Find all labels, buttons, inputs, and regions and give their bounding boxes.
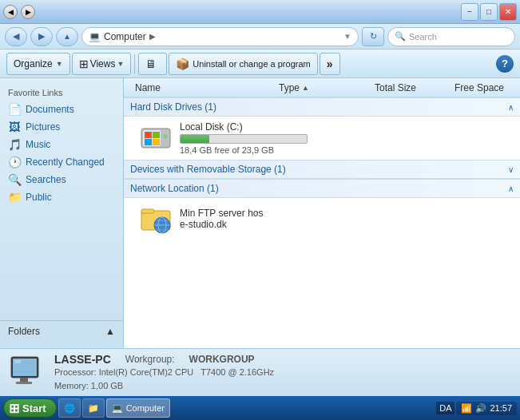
folders-bar[interactable]: Folders ▲	[0, 320, 123, 342]
up-btn[interactable]: ▲	[56, 27, 78, 46]
taskbar: ⊞ Start 🌐 📁 💻 Computer DA 📶 🔊 21:57	[0, 396, 520, 420]
info-text: LASSE-PC Workgroup: WORKGROUP Processor:…	[54, 353, 512, 392]
processor-value: Intel(R) Core(TM)2 CPU	[99, 367, 194, 377]
processor-speed: T7400 @ 2.16GHz	[200, 367, 274, 377]
explorer-quicklaunch-btn[interactable]: 📁	[82, 398, 105, 418]
sidebar-recently-changed-label: Recently Changed	[26, 157, 105, 168]
sysProps-btn[interactable]: 🖥	[138, 53, 167, 75]
ie-icon: 🌐	[64, 403, 75, 414]
sidebar-item-recently-changed[interactable]: 🕐 Recently Changed	[0, 153, 123, 171]
refresh-btn[interactable]: ↻	[362, 27, 384, 46]
more-btn[interactable]: »	[320, 53, 340, 75]
start-label: Start	[22, 402, 46, 414]
network-section-header[interactable]: Network Location (1) ∧	[124, 179, 520, 198]
documents-icon: 📄	[8, 103, 21, 116]
svg-rect-4	[145, 139, 152, 145]
drive-item-c[interactable]: Local Disk (C:) 18,4 GB free of 23,9 GB	[124, 117, 520, 160]
views-btn[interactable]: ⊞ Views ▼	[72, 53, 132, 75]
pc-icon	[8, 354, 46, 392]
close-btn[interactable]: ✕	[499, 3, 517, 21]
pictures-icon: 🖼	[8, 121, 21, 133]
workgroup-label: Workgroup:	[125, 354, 175, 365]
network-ftp-name: Min FTP server hos	[180, 208, 514, 219]
computer-window-btn[interactable]: 💻 Computer	[106, 398, 170, 418]
search-box[interactable]: 🔍 Search	[387, 27, 515, 46]
search-placeholder: Search	[409, 32, 437, 42]
content-area: Name Type ▲ Total Size Free Space Hard D…	[124, 78, 520, 348]
network-ftp-icon	[140, 203, 172, 235]
back-btn[interactable]: ◀	[5, 27, 27, 46]
public-icon: 📁	[8, 191, 21, 204]
uninstall-label: Uninstall or change a program	[193, 59, 310, 69]
drive-c-icon	[140, 122, 172, 154]
col-name[interactable]: Name	[130, 78, 274, 97]
hard-disk-section-title: Hard Disk Drives (1)	[130, 101, 216, 113]
removable-section-header[interactable]: Devices with Removable Storage (1) ∨	[124, 160, 520, 179]
organize-btn[interactable]: Organize ▼	[6, 53, 70, 75]
maximize-btn[interactable]: □	[480, 3, 498, 21]
organize-arrow-icon: ▼	[56, 60, 63, 68]
info-bar: LASSE-PC Workgroup: WORKGROUP Processor:…	[0, 348, 520, 396]
sidebar-item-public[interactable]: 📁 Public	[0, 188, 123, 206]
sort-icon: ▲	[302, 84, 309, 92]
computer-window-icon: 💻	[112, 403, 123, 414]
tray-network-icon[interactable]: 📶	[461, 403, 472, 414]
address-icon: 💻	[89, 31, 101, 42]
sidebar-music-label: Music	[26, 139, 50, 150]
svg-rect-17	[16, 382, 32, 384]
explorer-icon: 📁	[88, 403, 99, 414]
sidebar: Favorite Links 📄 Documents 🖼 Pictures 🎵 …	[0, 78, 124, 348]
address-bar: ◀ ▶ ▲ 💻 Computer ▶ ▼ ↻ 🔍 Search	[0, 24, 520, 50]
language-indicator: DA	[436, 402, 455, 414]
network-ftp-name2: e-studio.dk	[180, 219, 514, 230]
svg-rect-3	[153, 132, 160, 138]
windows-logo-icon: ⊞	[9, 401, 19, 416]
removable-section-title: Devices with Removable Storage (1)	[130, 164, 286, 175]
memory-info: Memory: 1,00 GB	[54, 379, 512, 393]
network-chevron-icon: ∧	[508, 184, 514, 193]
title-bar: ◀ ▶ − □ ✕	[0, 0, 520, 24]
tray-volume-icon[interactable]: 🔊	[475, 403, 486, 414]
address-arrow-icon: ▶	[149, 32, 156, 41]
col-free-space[interactable]: Free Space	[450, 78, 514, 97]
svg-rect-16	[20, 378, 28, 382]
minimize-btn[interactable]: −	[461, 3, 478, 21]
hard-disk-section-header[interactable]: Hard Disk Drives (1) ∧	[124, 97, 520, 117]
address-box[interactable]: 💻 Computer ▶ ▼	[81, 27, 359, 46]
col-total-size[interactable]: Total Size	[370, 78, 450, 97]
forward-nav-btn[interactable]: ▶	[21, 5, 35, 19]
sidebar-item-pictures[interactable]: 🖼 Pictures	[0, 118, 123, 136]
sysProps-icon: 🖥	[145, 57, 157, 70]
sidebar-item-music[interactable]: 🎵 Music	[0, 136, 123, 153]
organize-label: Organize	[14, 58, 53, 69]
title-bar-controls: − □ ✕	[461, 3, 517, 21]
tray-time: 21:57	[490, 403, 512, 413]
recently-changed-icon: 🕐	[8, 156, 21, 168]
network-item-ftp[interactable]: Min FTP server hos e-studio.dk	[124, 198, 520, 240]
svg-rect-18	[14, 360, 21, 363]
sidebar-pictures-label: Pictures	[26, 121, 60, 133]
main-area: Favorite Links 📄 Documents 🖼 Pictures 🎵 …	[0, 78, 520, 348]
processor-info: Processor: Intel(R) Core(TM)2 CPU T7400 …	[54, 366, 512, 379]
sidebar-item-searches[interactable]: 🔍 Searches	[0, 171, 123, 188]
back-nav-btn[interactable]: ◀	[3, 5, 18, 19]
views-label: Views	[90, 58, 116, 69]
help-btn[interactable]: ?	[496, 55, 514, 73]
toolbar: Organize ▼ ⊞ Views ▼ 🖥 📦 Uninstall or ch…	[0, 50, 520, 78]
drive-c-info: Local Disk (C:) 18,4 GB free of 23,9 GB	[180, 121, 514, 155]
views-icon: ⊞	[79, 57, 89, 70]
start-button[interactable]: ⊞ Start	[3, 398, 57, 418]
toolbar-separator	[134, 54, 135, 73]
ie-quicklaunch-btn[interactable]: 🌐	[58, 398, 81, 418]
address-chevron-icon: ▼	[343, 32, 351, 41]
sidebar-item-documents[interactable]: 📄 Documents	[0, 101, 123, 118]
computer-window-label: Computer	[126, 403, 165, 413]
uninstall-btn[interactable]: 📦 Uninstall or change a program	[169, 53, 317, 75]
address-path: Computer	[104, 31, 146, 42]
drive-c-name: Local Disk (C:)	[180, 121, 514, 133]
sidebar-public-label: Public	[26, 192, 52, 203]
svg-rect-5	[153, 139, 160, 145]
col-type[interactable]: Type ▲	[274, 78, 370, 97]
sidebar-searches-label: Searches	[26, 174, 66, 185]
forward-btn[interactable]: ▶	[30, 27, 53, 46]
